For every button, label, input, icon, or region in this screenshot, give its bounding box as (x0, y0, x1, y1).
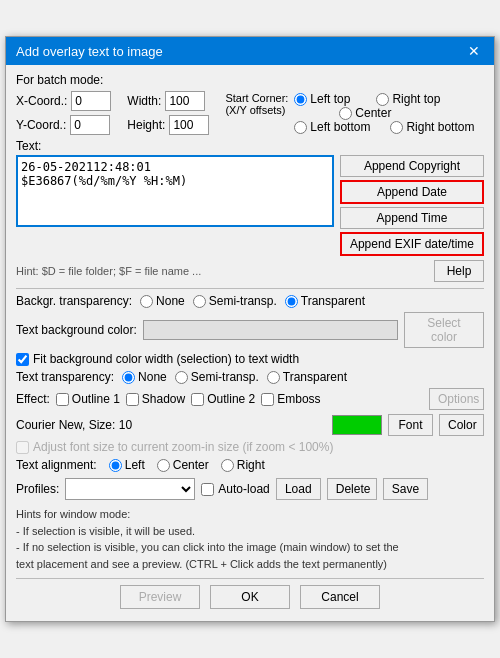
effect-outline1-checkbox[interactable] (56, 393, 69, 406)
select-color-button[interactable]: Select color (404, 312, 484, 348)
text-trans-transparent-radio[interactable] (267, 371, 280, 384)
preview-button[interactable]: Preview (120, 585, 200, 609)
corner-center-label[interactable]: Center (339, 106, 391, 120)
text-trans-none-label[interactable]: None (122, 370, 167, 384)
ok-button[interactable]: OK (210, 585, 290, 609)
divider-1 (16, 288, 484, 289)
effect-emboss-checkbox[interactable] (261, 393, 274, 406)
cancel-button[interactable]: Cancel (300, 585, 380, 609)
align-left-radio[interactable] (109, 459, 122, 472)
fit-bg-label[interactable]: Fit background color width (selection) t… (16, 352, 484, 366)
corner-lefttop-radio[interactable] (294, 93, 307, 106)
append-copyright-button[interactable]: Append Copyright (340, 155, 484, 177)
append-date-button[interactable]: Append Date (340, 180, 484, 204)
fit-bg-text: Fit background color width (selection) t… (33, 352, 299, 366)
height-input[interactable]: 100 (169, 115, 209, 135)
align-center-radio[interactable] (157, 459, 170, 472)
text-trans-semi-radio[interactable] (175, 371, 188, 384)
delete-button[interactable]: Delete (327, 478, 377, 500)
effect-outline1-text: Outline 1 (72, 392, 120, 406)
hint-text: Hint: $D = file folder; $F = file name .… (16, 265, 201, 277)
bg-trans-semi-radio[interactable] (193, 295, 206, 308)
corner-leftbottom-label[interactable]: Left bottom (294, 120, 370, 134)
corner-righttop-text: Right top (392, 92, 440, 106)
bg-trans-semi-text: Semi-transp. (209, 294, 277, 308)
bg-trans-semi-label[interactable]: Semi-transp. (193, 294, 277, 308)
effect-outline2-label[interactable]: Outline 2 (191, 392, 255, 406)
xcoord-row: X-Coord.: 0 (16, 91, 111, 111)
color-button[interactable]: Color (439, 414, 484, 436)
corner-center-radio[interactable] (339, 107, 352, 120)
corner-row-2: Center (294, 106, 474, 120)
corner-leftbottom-radio[interactable] (294, 121, 307, 134)
xcoord-input[interactable]: 0 (71, 91, 111, 111)
color-box (332, 415, 382, 435)
align-left-label[interactable]: Left (109, 458, 145, 472)
profiles-row: Profiles: Auto-load Load Delete Save (16, 478, 484, 500)
hint3-text: text placement and see a preview. (CTRL … (16, 556, 484, 573)
corner-options: Left top Right top Center Left bo (294, 92, 474, 134)
append-time-button[interactable]: Append Time (340, 207, 484, 229)
align-right-radio[interactable] (221, 459, 234, 472)
autoload-text: Auto-load (218, 482, 269, 496)
autoload-label[interactable]: Auto-load (201, 482, 269, 496)
font-row: Courier New, Size: 10 Font Color (16, 414, 484, 436)
profile-select[interactable] (65, 478, 195, 500)
effect-outline2-text: Outline 2 (207, 392, 255, 406)
text-trans-none-radio[interactable] (122, 371, 135, 384)
adjust-font-text: Adjust font size to current zoom-in size… (33, 440, 333, 454)
autoload-checkbox[interactable] (201, 483, 214, 496)
ycoord-input[interactable]: 0 (70, 115, 110, 135)
text-input[interactable]: 26-05-202112:48:01 $E36867(%d/%m/%Y %H:%… (16, 155, 334, 227)
corner-righttop-label[interactable]: Right top (376, 92, 440, 106)
effect-outline1-label[interactable]: Outline 1 (56, 392, 120, 406)
dialog-title: Add overlay text to image (16, 44, 163, 59)
bottom-buttons: Preview OK Cancel (16, 578, 484, 613)
hints-section: Hints for window mode: - If selection is… (16, 506, 484, 572)
align-center-label[interactable]: Center (157, 458, 209, 472)
effect-emboss-label[interactable]: Emboss (261, 392, 320, 406)
corner-rightbottom-radio[interactable] (390, 121, 403, 134)
effect-row: Effect: Outline 1 Shadow Outline 2 Embos… (16, 388, 484, 410)
ycoord-label: Y-Coord.: (16, 118, 66, 132)
effect-shadow-checkbox[interactable] (126, 393, 139, 406)
corner-rightbottom-label[interactable]: Right bottom (390, 120, 474, 134)
bg-trans-transparent-radio[interactable] (285, 295, 298, 308)
load-button[interactable]: Load (276, 478, 321, 500)
font-button[interactable]: Font (388, 414, 433, 436)
corner-righttop-radio[interactable] (376, 93, 389, 106)
save-profile-button[interactable]: Save (383, 478, 428, 500)
text-trans-transparent-text: Transparent (283, 370, 347, 384)
text-trans-transparent-label[interactable]: Transparent (267, 370, 347, 384)
align-right-label[interactable]: Right (221, 458, 265, 472)
hints-title: Hints for window mode: (16, 506, 484, 523)
bg-transparency-row: Backgr. transparency: None Semi-transp. … (16, 294, 484, 308)
effect-shadow-label[interactable]: Shadow (126, 392, 185, 406)
width-input[interactable]: 100 (165, 91, 205, 111)
bg-trans-none-text: None (156, 294, 185, 308)
fit-bg-checkbox[interactable] (16, 353, 29, 366)
options-button[interactable]: Options (429, 388, 484, 410)
text-trans-semi-label[interactable]: Semi-transp. (175, 370, 259, 384)
text-area-wrapper: 26-05-202112:48:01 $E36867(%d/%m/%Y %H:%… (16, 155, 334, 256)
title-bar: Add overlay text to image ✕ (6, 37, 494, 65)
start-corner-section: Start Corner: (X/Y offsets) Left top Rig… (225, 92, 474, 134)
bg-trans-none-radio[interactable] (140, 295, 153, 308)
text-trans-none-text: None (138, 370, 167, 384)
adjust-font-label[interactable]: Adjust font size to current zoom-in size… (16, 440, 484, 454)
bg-transparency-label: Backgr. transparency: (16, 294, 132, 308)
append-exif-button[interactable]: Append EXIF date/time (340, 232, 484, 256)
corner-row-1: Left top Right top (294, 92, 474, 106)
corner-lefttop-label[interactable]: Left top (294, 92, 350, 106)
effect-label: Effect: (16, 392, 50, 406)
size-group: Width: 100 Height: 100 (127, 91, 209, 135)
close-button[interactable]: ✕ (464, 43, 484, 59)
adjust-font-checkbox[interactable] (16, 441, 29, 454)
bg-trans-none-label[interactable]: None (140, 294, 185, 308)
coords-row: X-Coord.: 0 Y-Coord.: 0 Width: 100 Heigh… (16, 91, 484, 135)
help-button[interactable]: Help (434, 260, 484, 282)
bg-trans-transparent-label[interactable]: Transparent (285, 294, 365, 308)
effect-outline2-checkbox[interactable] (191, 393, 204, 406)
height-row: Height: 100 (127, 115, 209, 135)
corner-center-text: Center (355, 106, 391, 120)
